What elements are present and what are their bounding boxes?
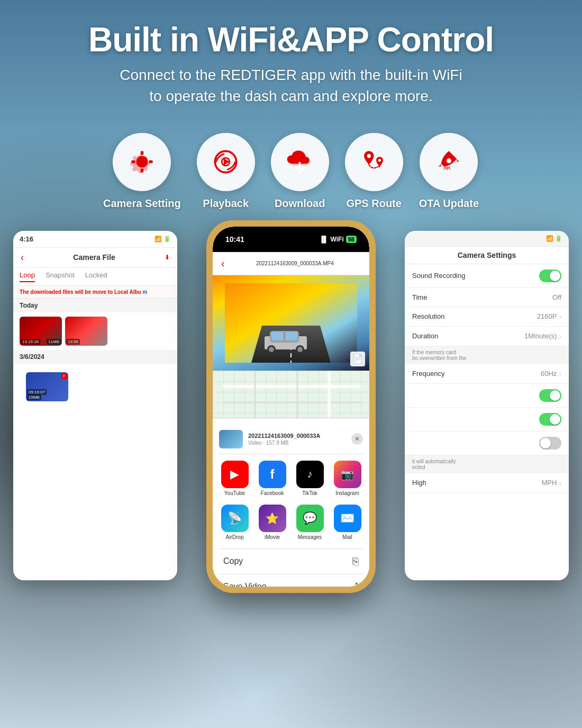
playback-label: Playback xyxy=(203,197,249,210)
video-car-image xyxy=(213,275,369,371)
speed-value: MPH xyxy=(541,479,557,487)
thumb3-flag: F xyxy=(61,373,67,379)
duration-note: If the memory cardbo overwritten from th… xyxy=(405,346,569,364)
phone-outer: 10:41 ▐▌ WiFi 98 ‹ 20221124163009_000033… xyxy=(206,220,376,593)
thumb3-size: 15MB xyxy=(27,394,41,400)
status-icons: ▐▌ WiFi 98 xyxy=(320,236,357,243)
mail-label: Mail xyxy=(342,534,352,540)
feature-playback: Playback xyxy=(197,133,255,210)
map-area xyxy=(213,371,369,418)
settings-row-sound: Sound Recording xyxy=(405,264,569,288)
phone-section: 4:16 📶 🔋 ‹ Camera File ⬇ Loop Snapshot L… xyxy=(0,220,582,728)
feature-ota-update: OTA Update xyxy=(419,133,479,210)
speed-chevron: › xyxy=(559,479,561,487)
settings-row-frequency[interactable]: Frequency 60Hz › xyxy=(405,364,569,384)
save-video-action-row[interactable]: Save Video ⤴ xyxy=(219,574,363,587)
sound-recording-label: Sound Recording xyxy=(412,272,465,280)
app-instagram[interactable]: 📷 Instagram xyxy=(334,461,361,496)
svg-rect-2 xyxy=(141,151,144,155)
resolution-value: 2160P xyxy=(537,312,557,320)
main-title: Built in WiFi&APP Control xyxy=(88,21,494,58)
duration-value: 1Minute(s) xyxy=(524,332,557,340)
app-facebook[interactable]: f Facebook xyxy=(259,461,286,496)
settings-row-speed[interactable]: High MPH › xyxy=(405,473,569,493)
download-icon-circle xyxy=(271,133,329,191)
app-youtube[interactable]: ▶ YouTube xyxy=(221,461,249,496)
app-icons-row1: ▶ YouTube f Facebook xyxy=(219,461,363,496)
file-icon: 📄 xyxy=(350,352,365,366)
speed-value-row: MPH › xyxy=(541,479,561,487)
tab-snapshot[interactable]: Snapshot xyxy=(46,271,75,282)
map-roads-svg xyxy=(213,371,369,418)
share-file-size: Video · 157.9 MB xyxy=(248,440,346,446)
video-thumb-1[interactable]: 13:15:16 11MB xyxy=(20,317,62,346)
left-panel-header: 4:16 📶 🔋 xyxy=(13,231,177,248)
video-thumb-3[interactable]: F 15MB 09:19:07 xyxy=(26,372,68,401)
facebook-label: Facebook xyxy=(261,490,284,496)
messages-label: Messages xyxy=(298,534,322,540)
gps-route-icon-circle xyxy=(345,133,403,191)
copy-action-row[interactable]: Copy ⎘ xyxy=(219,549,363,574)
left-panel-search[interactable]: ⬇ xyxy=(165,254,170,261)
video-preview: 📄 xyxy=(213,275,369,371)
left-panel-title: Camera File xyxy=(24,253,165,262)
camera-setting-icon-circle xyxy=(113,133,171,191)
share-close-btn[interactable]: ✕ xyxy=(351,433,363,445)
phone-back-btn[interactable]: ‹ xyxy=(221,257,225,269)
phone-status-bar: 10:41 ▐▌ WiFi 98 xyxy=(213,227,369,252)
app-airdrop[interactable]: 📡 AirDrop xyxy=(221,505,249,540)
instagram-label: Instagram xyxy=(335,490,359,496)
phone-nav-bar: ‹ 20221124163009_000033A.MP4 xyxy=(213,252,369,275)
thumb1-size: 11MB xyxy=(47,339,61,345)
ota-update-icon-circle xyxy=(420,133,478,191)
thumb3-time: 09:19:07 xyxy=(27,389,47,395)
settings-row-resolution[interactable]: Resolution 2160P › xyxy=(405,307,569,327)
right-panel-header: Camera Settings xyxy=(405,247,569,264)
left-section-today: Today xyxy=(13,299,177,312)
app-imovie[interactable]: ⭐ iMovie xyxy=(259,505,286,540)
speed-label: High xyxy=(412,479,426,487)
left-panel-notice: The downloaded files will be move to Loc… xyxy=(13,286,177,299)
duration-value-row: 1Minute(s) › xyxy=(524,332,561,340)
thumb1-duration: 13:15:16 xyxy=(21,339,40,345)
auto-note: it will automaticallyected xyxy=(405,455,569,473)
tab-loop[interactable]: Loop xyxy=(20,271,35,282)
share-file-name: 20221124163009_000033A xyxy=(248,433,346,439)
app-messages[interactable]: 💬 Messages xyxy=(296,505,324,540)
tiktok-label: TikTok xyxy=(302,490,317,496)
share-file-row: 20221124163009_000033A Video · 157.9 MB … xyxy=(219,425,363,454)
toggle2[interactable] xyxy=(539,413,561,426)
right-panel: 📶 🔋 Camera Settings Sound Recording Time… xyxy=(405,231,569,580)
right-settings-list: Sound Recording Time Off Resolution 2160… xyxy=(405,264,569,493)
phone-time: 10:41 xyxy=(225,235,244,244)
phone-screen: 10:41 ▐▌ WiFi 98 ‹ 20221124163009_000033… xyxy=(213,227,369,587)
phone-notch xyxy=(262,233,320,249)
content-wrapper: Built in WiFi&APP Control Connect to the… xyxy=(0,0,582,728)
battery-badge: 98 xyxy=(346,236,357,243)
svg-point-8 xyxy=(367,154,371,158)
settings-row-toggle1 xyxy=(405,384,569,408)
gear-icon xyxy=(128,147,157,176)
ota-update-label: OTA Update xyxy=(419,197,479,210)
resolution-label: Resolution xyxy=(412,312,444,320)
imovie-label: iMovie xyxy=(265,534,280,540)
app-mail[interactable]: ✉️ Mail xyxy=(334,505,361,540)
tab-locked[interactable]: Locked xyxy=(85,271,107,282)
share-file-info: 20221124163009_000033A Video · 157.9 MB xyxy=(248,433,346,446)
toggle3[interactable] xyxy=(539,437,561,450)
resolution-chevron: › xyxy=(559,312,561,321)
sound-recording-toggle[interactable] xyxy=(539,269,561,282)
app-tiktok[interactable]: ♪ TikTok xyxy=(296,461,324,496)
copy-icon: ⎘ xyxy=(352,555,359,568)
airdrop-label: AirDrop xyxy=(226,534,244,540)
toggle1[interactable] xyxy=(539,389,561,402)
time-label: Time xyxy=(412,293,427,301)
settings-row-toggle2 xyxy=(405,408,569,432)
car-svg xyxy=(225,283,357,363)
settings-row-duration[interactable]: Duration 1Minute(s) › xyxy=(405,327,569,346)
video-thumb-2[interactable]: 13:55 xyxy=(65,317,107,346)
rocket-icon xyxy=(434,147,463,176)
video-thumbs-row: 13:15:16 11MB 13:55 xyxy=(13,312,177,350)
svg-point-19 xyxy=(269,347,274,352)
left-section-date: 3/6/2024 xyxy=(13,350,177,364)
